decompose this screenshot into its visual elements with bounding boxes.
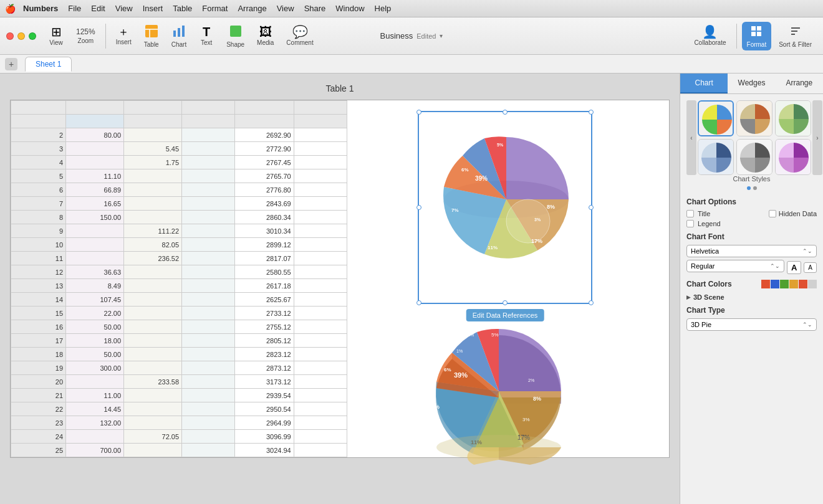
cell-16-e[interactable] <box>294 334 347 348</box>
cell-10-a[interactable] <box>66 252 124 265</box>
cell-16-d[interactable]: 2805.12 <box>235 334 294 348</box>
cell-3-b[interactable]: 1.75 <box>124 156 182 169</box>
cell-8-b[interactable]: 111.22 <box>124 224 182 238</box>
resize-handle-tr[interactable] <box>589 110 594 115</box>
cell-22-d[interactable]: 2964.99 <box>235 416 294 430</box>
cell-11-e[interactable] <box>294 265 347 279</box>
cell-12-e[interactable] <box>294 279 347 293</box>
cell-8-c[interactable] <box>182 224 235 238</box>
cell-23-d[interactable]: 3096.99 <box>235 430 294 444</box>
cell-14-a[interactable]: 22.00 <box>66 307 124 320</box>
cell-22-c[interactable] <box>182 416 235 430</box>
cell-7-c[interactable] <box>182 211 235 224</box>
cell-22-e[interactable] <box>294 416 347 430</box>
cell-20-a[interactable]: 11.00 <box>66 389 124 402</box>
title-checkbox[interactable] <box>686 210 694 217</box>
cell-5-b[interactable] <box>124 183 182 197</box>
cell-2-a[interactable] <box>66 142 124 156</box>
menu-table[interactable]: Table <box>173 4 192 13</box>
cell-13-a[interactable]: 107.45 <box>66 293 124 307</box>
cell-17-c[interactable] <box>182 348 235 361</box>
menu-help[interactable]: Help <box>375 4 392 13</box>
dot-2[interactable] <box>753 186 757 190</box>
menu-app[interactable]: Numbers <box>23 4 58 13</box>
cell-14-d[interactable]: 2733.12 <box>235 307 294 320</box>
tab-wedges[interactable]: Wedges <box>728 74 775 93</box>
cell-11-b[interactable] <box>124 265 182 279</box>
cell-24-b[interactable] <box>124 444 182 457</box>
cell-10-b[interactable]: 236.52 <box>124 252 182 265</box>
insert-toolbar-btn[interactable]: ＋ Insert <box>111 24 137 48</box>
cell-6-e[interactable] <box>294 197 347 211</box>
resize-handle-bl[interactable] <box>416 300 421 305</box>
cell-22-b[interactable] <box>124 416 182 430</box>
chart-style-1[interactable] <box>698 100 734 136</box>
cell-13-e[interactable] <box>294 293 347 307</box>
cell-24-e[interactable] <box>294 444 347 457</box>
cell-21-c[interactable] <box>182 402 235 416</box>
cell-23-c[interactable] <box>182 430 235 444</box>
cell-15-b[interactable] <box>124 320 182 334</box>
cell-16-a[interactable]: 18.00 <box>66 334 124 348</box>
cell-9-a[interactable] <box>66 238 124 252</box>
cell-13-b[interactable] <box>124 293 182 307</box>
font-style-dropdown[interactable]: Regular ⌃⌄ <box>686 260 784 272</box>
cell-17-e[interactable] <box>294 348 347 361</box>
chart-color-swatches[interactable] <box>761 280 817 288</box>
cell-4-b[interactable] <box>124 169 182 183</box>
cell-6-a[interactable]: 16.65 <box>66 197 124 211</box>
chart-style-6[interactable] <box>775 139 811 175</box>
edit-data-references-button[interactable]: Edit Data References <box>466 309 544 321</box>
cell-2-b[interactable]: 5.45 <box>124 142 182 156</box>
cell-21-b[interactable] <box>124 402 182 416</box>
comment-toolbar-btn[interactable]: 💬 Comment <box>281 23 318 49</box>
cell-11-c[interactable] <box>182 265 235 279</box>
cell-7-b[interactable] <box>124 211 182 224</box>
cell-2-c[interactable] <box>182 142 235 156</box>
cell-16-b[interactable] <box>124 334 182 348</box>
view-toolbar-btn[interactable]: ⊞ View <box>44 23 69 49</box>
cell-2-e[interactable] <box>294 142 347 156</box>
cell-21-d[interactable]: 2950.54 <box>235 402 294 416</box>
cell-19-c[interactable] <box>182 375 235 389</box>
cell-19-a[interactable] <box>66 375 124 389</box>
cell-24-c[interactable] <box>182 444 235 457</box>
cell-3-d[interactable]: 2767.45 <box>235 156 294 169</box>
resize-handle-tl[interactable] <box>416 110 421 115</box>
cell-5-a[interactable]: 66.89 <box>66 183 124 197</box>
cell-18-d[interactable]: 2873.12 <box>235 361 294 375</box>
cell-2-d[interactable]: 2772.90 <box>235 142 294 156</box>
zoom-toolbar-btn[interactable]: 125% Zoom <box>71 25 100 47</box>
cell-3-e[interactable] <box>294 156 347 169</box>
maximize-button[interactable] <box>29 32 36 40</box>
cell-18-e[interactable] <box>294 361 347 375</box>
chart-type-dropdown[interactable]: 3D Pie ⌃⌄ <box>686 318 817 331</box>
menu-edit[interactable]: Edit <box>91 4 105 13</box>
cell-10-d[interactable]: 2817.07 <box>235 252 294 265</box>
chart-toolbar-btn[interactable]: Chart <box>166 22 191 50</box>
cell-20-d[interactable]: 2939.54 <box>235 389 294 402</box>
cell-19-b[interactable]: 233.58 <box>124 375 182 389</box>
hidden-data-checkbox[interactable] <box>769 210 776 217</box>
cell-5-d[interactable]: 2776.80 <box>235 183 294 197</box>
cell-1-d[interactable]: 2692.90 <box>235 128 294 142</box>
cell-18-c[interactable] <box>182 361 235 375</box>
cell-15-d[interactable]: 2755.12 <box>235 320 294 334</box>
resize-handle-tc[interactable] <box>503 110 508 115</box>
cell-4-c[interactable] <box>182 169 235 183</box>
menu-window[interactable]: Window <box>335 4 364 13</box>
cell-6-d[interactable]: 2843.69 <box>235 197 294 211</box>
cell-5-e[interactable] <box>294 183 347 197</box>
next-styles-btn[interactable]: › <box>812 100 822 175</box>
cell-15-c[interactable] <box>182 320 235 334</box>
cell-1-b[interactable] <box>124 128 182 142</box>
3d-scene-section[interactable]: ▶ 3D Scene <box>686 293 817 301</box>
cell-8-e[interactable] <box>294 224 347 238</box>
menu-view[interactable]: View <box>115 4 133 13</box>
chart-style-4[interactable] <box>698 139 734 175</box>
minimize-button[interactable] <box>17 32 25 40</box>
cell-9-c[interactable] <box>182 238 235 252</box>
prev-styles-btn[interactable]: ‹ <box>686 100 696 175</box>
menu-share[interactable]: Share <box>304 4 326 13</box>
chart-style-2[interactable] <box>736 100 772 136</box>
